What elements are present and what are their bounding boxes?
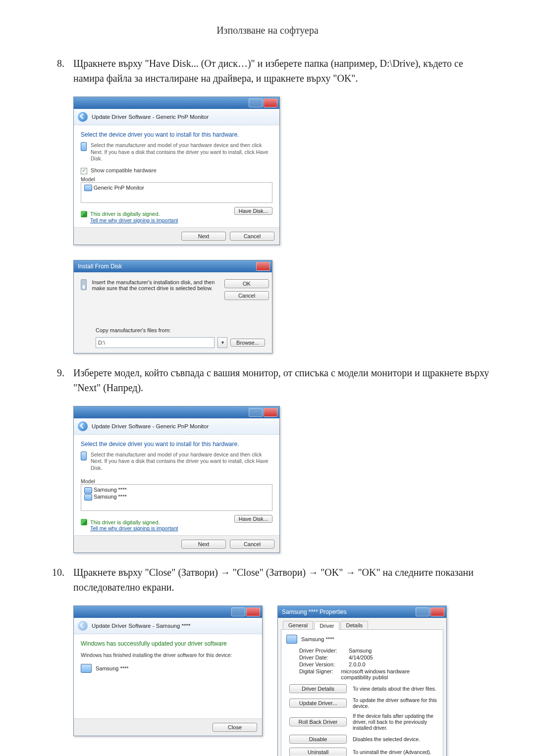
back-icon[interactable] bbox=[78, 112, 88, 122]
step-number: 9. bbox=[45, 365, 73, 400]
breadcrumb: Update Driver Software - Generic PnP Mon… bbox=[92, 114, 209, 120]
instruction-text: Select the device driver you want to ins… bbox=[81, 441, 272, 448]
signing-link[interactable]: Tell me why driver signing is important bbox=[90, 525, 178, 531]
back-icon[interactable] bbox=[78, 421, 88, 431]
monitor-icon bbox=[81, 142, 87, 151]
step-9: 9. Изберете модел, който съвпада с вашия… bbox=[45, 365, 490, 400]
monitor-icon bbox=[81, 664, 92, 673]
page-title: Използване на софтуера bbox=[45, 25, 490, 36]
dropdown-icon[interactable] bbox=[217, 337, 227, 348]
details-desc: To view details about the driver files. bbox=[353, 686, 438, 692]
dialog-update-success: Update Driver Software - Samsung **** Wi… bbox=[73, 605, 263, 736]
dialog-device-properties: Samsung **** Properties General Driver D… bbox=[277, 605, 447, 756]
cancel-button[interactable]: Cancel bbox=[230, 232, 274, 241]
step-number: 10. bbox=[45, 565, 73, 600]
show-compatible-checkbox[interactable]: ✓ Show compatible hardware bbox=[81, 167, 272, 174]
have-disk-button[interactable]: Have Disk... bbox=[234, 515, 272, 523]
minimize-icon[interactable] bbox=[249, 408, 263, 417]
success-sub: Windows has finished installing the driv… bbox=[81, 652, 255, 658]
back-icon bbox=[78, 621, 88, 631]
tab-details[interactable]: Details bbox=[340, 621, 368, 629]
shield-icon bbox=[81, 211, 87, 217]
shield-icon bbox=[81, 519, 87, 525]
close-icon[interactable] bbox=[430, 607, 444, 616]
monitor-icon bbox=[286, 635, 297, 644]
uninstall-button[interactable]: Uninstall bbox=[289, 748, 347, 756]
titlebar bbox=[74, 97, 279, 109]
cancel-button[interactable]: Cancel bbox=[230, 540, 274, 549]
breadcrumb: Update Driver Software - Samsung **** bbox=[92, 623, 190, 629]
signed-status: This driver is digitally signed. bbox=[81, 519, 178, 525]
signer-value: microsoft windows hardware compatibility… bbox=[341, 668, 438, 680]
uninstall-desc: To uninstall the driver (Advanced). bbox=[353, 749, 438, 755]
cancel-button[interactable]: Cancel bbox=[224, 291, 269, 300]
floppy-icon bbox=[81, 279, 87, 290]
close-icon[interactable] bbox=[264, 408, 277, 417]
next-button[interactable]: Next bbox=[181, 540, 226, 549]
minimize-icon[interactable] bbox=[231, 607, 245, 616]
device-name: Samsung **** bbox=[96, 665, 129, 671]
rollback-button[interactable]: Roll Back Driver bbox=[289, 717, 347, 726]
path-input[interactable]: D:\ bbox=[96, 337, 214, 348]
close-icon[interactable] bbox=[246, 607, 260, 616]
signer-label: Digital Signer: bbox=[299, 668, 336, 680]
browse-button[interactable]: Browse... bbox=[230, 339, 265, 347]
signing-link[interactable]: Tell me why driver signing is important bbox=[90, 217, 178, 223]
step-number: 8. bbox=[45, 56, 73, 91]
breadcrumb: Update Driver Software - Generic PnP Mon… bbox=[92, 423, 209, 429]
tab-general[interactable]: General bbox=[283, 621, 313, 629]
dialog-title: Samsung **** Properties bbox=[282, 608, 347, 615]
instruction-text: Select the device driver you want to ins… bbox=[81, 131, 272, 138]
version-label: Driver Version: bbox=[299, 661, 344, 667]
tab-driver[interactable]: Driver bbox=[314, 621, 339, 630]
provider-label: Driver Provider: bbox=[299, 648, 344, 654]
step-text: Щракнете върху "Close" (Затвори) → "Clos… bbox=[73, 565, 490, 600]
date-value: 4/14/2005 bbox=[349, 655, 373, 660]
device-name: Samsung **** bbox=[301, 636, 334, 642]
monitor-icon bbox=[81, 452, 87, 460]
update-desc: To update the driver software for this d… bbox=[353, 697, 438, 709]
success-headline: Windows has successfully updated your dr… bbox=[81, 640, 255, 647]
minimize-icon[interactable] bbox=[249, 99, 263, 107]
hint-text: Select the manufacturer and model of you… bbox=[91, 142, 272, 162]
model-list[interactable]: Generic PnP Monitor bbox=[81, 182, 272, 203]
dialog-install-from-disk: Install From Disk Insert the manufacture… bbox=[73, 260, 272, 353]
hint-text: Select the manufacturer and model of you… bbox=[91, 452, 272, 472]
version-value: 2.0.0.0 bbox=[349, 661, 366, 667]
update-driver-button[interactable]: Update Driver... bbox=[289, 699, 347, 707]
disable-button[interactable]: Disable bbox=[289, 735, 347, 744]
provider-value: Samsung bbox=[349, 648, 372, 654]
dialog-update-driver: Update Driver Software - Generic PnP Mon… bbox=[73, 97, 280, 245]
model-list[interactable]: Samsung **** Samsung **** bbox=[81, 484, 272, 511]
rollback-desc: If the device fails after updating the d… bbox=[353, 713, 438, 731]
copy-label: Copy manufacturer's files from: bbox=[96, 327, 265, 333]
step-text: Изберете модел, който съвпада с вашия мо… bbox=[73, 365, 490, 400]
close-icon[interactable] bbox=[256, 262, 270, 271]
help-icon[interactable] bbox=[416, 607, 429, 616]
driver-details-button[interactable]: Driver Details bbox=[289, 684, 347, 693]
close-icon[interactable] bbox=[264, 99, 277, 107]
step-text: Щракнете върху "Have Disk... (От диск…)"… bbox=[73, 56, 490, 91]
step-10: 10. Щракнете върху "Close" (Затвори) → "… bbox=[45, 565, 490, 600]
dialog-title: Install From Disk bbox=[78, 263, 122, 270]
have-disk-button[interactable]: Have Disk... bbox=[234, 207, 272, 215]
model-label: Model bbox=[81, 176, 272, 182]
model-label: Model bbox=[81, 478, 272, 484]
next-button[interactable]: Next bbox=[181, 232, 226, 241]
signed-status: This driver is digitally signed. bbox=[81, 211, 178, 217]
ok-button[interactable]: OK bbox=[224, 279, 269, 288]
disable-desc: Disables the selected device. bbox=[353, 736, 438, 742]
ifd-text: Insert the manufacturer's installation d… bbox=[92, 279, 219, 291]
close-button[interactable]: Close bbox=[213, 723, 257, 732]
date-label: Driver Date: bbox=[299, 655, 344, 660]
step-8: 8. Щракнете върху "Have Disk... (От диск… bbox=[45, 56, 490, 91]
dialog-update-driver-models: Update Driver Software - Generic PnP Mon… bbox=[73, 406, 280, 554]
